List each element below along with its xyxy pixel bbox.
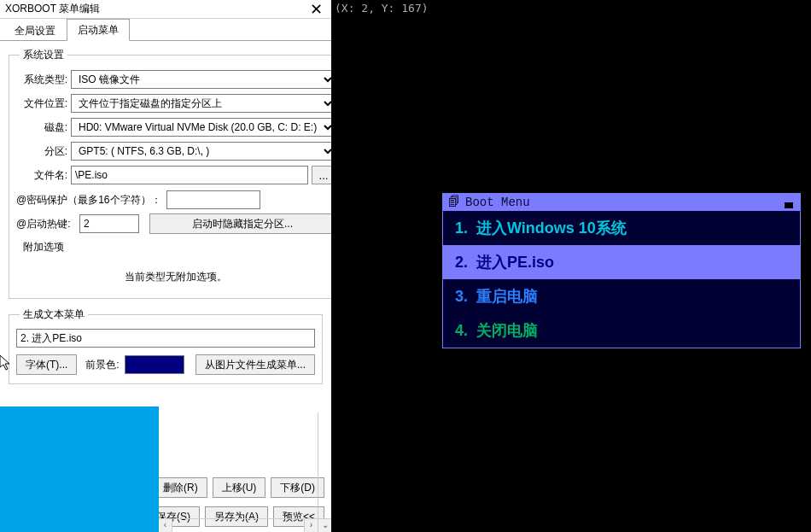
move-down-button[interactable]: 下移(D)	[271, 477, 324, 498]
window-title: XORBOOT 菜单编辑	[5, 2, 306, 16]
generate-text-menu-group: 生成文本菜单 字体(T)... 前景色: 从图片文件生成菜单...	[9, 307, 323, 384]
scroll-down-icon[interactable]: ⌄	[318, 518, 332, 532]
titlebar: XORBOOT 菜单编辑 ✕	[0, 0, 331, 19]
filename-label: 文件名:	[16, 168, 71, 183]
editor-window: XORBOOT 菜单编辑 ✕ 全局设置 启动菜单 系统设置 系统类型: ISO …	[0, 0, 331, 532]
file-location-label: 文件位置:	[16, 96, 71, 111]
password-input[interactable]	[166, 190, 260, 209]
foreground-color-swatch[interactable]	[125, 355, 184, 374]
disk-select[interactable]: HD0: VMware Virtual NVMe Disk (20.0 GB, …	[71, 118, 331, 137]
generate-text-menu-legend: 生成文本菜单	[20, 307, 88, 322]
boot-item-3[interactable]: 3. 重启电脑	[443, 279, 800, 313]
boot-menu: 🗐 Boot Menu 1. 进入Windows 10系统 2. 进入PE.is…	[442, 193, 801, 348]
browse-button[interactable]: ...	[312, 166, 331, 184]
boot-item-1[interactable]: 1. 进入Windows 10系统	[443, 211, 800, 245]
menu-icon: 🗐	[448, 196, 460, 209]
scroll-left-icon[interactable]: ‹	[159, 519, 172, 532]
preview-thumbnail	[0, 406, 159, 532]
hotkey-label: @启动热键:	[16, 217, 74, 231]
boot-menu-list: 1. 进入Windows 10系统 2. 进入PE.iso 3. 重启电脑 4.…	[443, 211, 800, 348]
delete-button[interactable]: 删除(R)	[154, 477, 207, 498]
horizontal-scrollbar[interactable]: ‹ ›	[159, 518, 318, 532]
scroll-right-icon[interactable]: ›	[304, 519, 318, 532]
boot-item-4[interactable]: 4. 关闭电脑	[443, 313, 800, 348]
menu-text-input[interactable]	[16, 329, 315, 348]
font-button[interactable]: 字体(T)...	[16, 354, 77, 375]
addon-options-message: 当前类型无附加选项。	[16, 254, 331, 289]
ornament-icon	[785, 196, 793, 208]
disk-label: 磁盘:	[16, 120, 71, 135]
boot-item-2[interactable]: 2. 进入PE.iso	[443, 245, 800, 279]
system-type-select[interactable]: ISO 镜像文件	[71, 70, 331, 89]
partition-label: 分区:	[16, 144, 71, 159]
hotkey-input[interactable]	[79, 214, 139, 233]
file-location-select[interactable]: 文件位于指定磁盘的指定分区上	[71, 94, 331, 113]
system-settings-group: 系统设置 系统类型: ISO 镜像文件 文件位置: 文件位于指定磁盘的指定分区上…	[9, 48, 331, 299]
vertical-scrollbar[interactable]: ⌄	[318, 412, 331, 532]
preview-pane: (X: 2, Y: 167) 🗐 Boot Menu 1. 进入Windows …	[331, 0, 811, 532]
password-label: @密码保护（最多16个字符）：	[16, 193, 161, 208]
hide-partition-button[interactable]: 启动时隐藏指定分区...	[149, 213, 331, 234]
close-icon[interactable]: ✕	[306, 2, 326, 17]
partition-select[interactable]: GPT5: ( NTFS, 6.3 GB, D:\, )	[71, 142, 331, 161]
tab-strip: 全局设置 启动菜单	[0, 19, 331, 41]
filename-input[interactable]	[71, 166, 308, 184]
addon-options-label: 附加选项	[23, 240, 331, 254]
from-image-button[interactable]: 从图片文件生成菜单...	[195, 354, 315, 375]
tab-global-settings[interactable]: 全局设置	[3, 20, 67, 41]
boot-menu-title: Boot Menu	[465, 196, 530, 209]
system-type-label: 系统类型:	[16, 73, 71, 87]
boot-menu-titlebar: 🗐 Boot Menu	[443, 194, 800, 211]
system-settings-legend: 系统设置	[20, 48, 67, 62]
foreground-color-label: 前景色:	[85, 358, 119, 372]
coordinate-display: (X: 2, Y: 167)	[335, 2, 429, 15]
move-up-button[interactable]: 上移(U)	[213, 477, 266, 498]
tab-boot-menu[interactable]: 启动菜单	[67, 19, 130, 41]
